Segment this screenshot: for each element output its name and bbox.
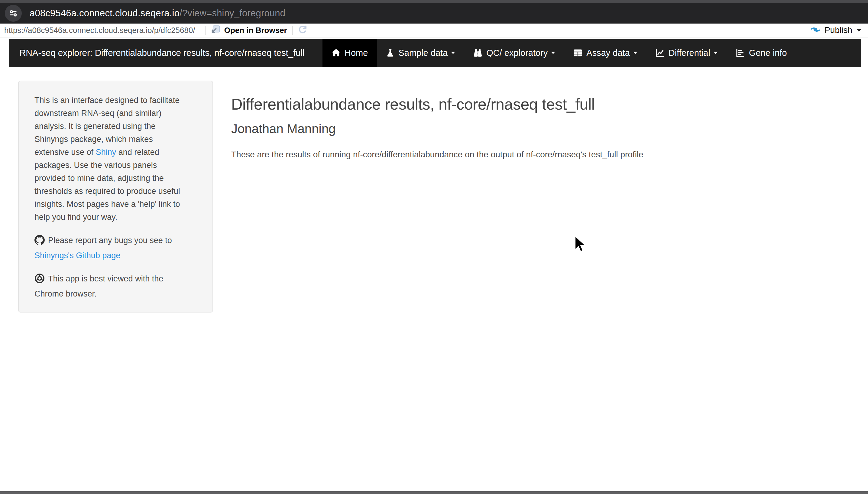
connect-toolbar: https://a08c9546a.connect.cloud.seqera.i… <box>0 23 868 37</box>
chart-line-icon <box>655 48 665 57</box>
intro-text: extensive use of <box>34 148 96 157</box>
open-in-browser-label: Open in Browser <box>224 26 287 35</box>
page-author: Jonathan Manning <box>231 121 703 136</box>
url-query: /?view=shiny_foreground <box>180 8 285 18</box>
flask-icon <box>386 48 394 57</box>
intro-line: thresholds as required to produce useful <box>34 185 197 198</box>
page-title: Differentialabundance results, nf-core/r… <box>231 95 703 114</box>
intro-line: extensive use of Shiny and related <box>34 146 197 159</box>
navbar-brand: RNA-seq explorer: Differentialabundance … <box>9 39 314 67</box>
navbar-nav: Home Sample data QC/ exploratory <box>323 39 796 67</box>
address-url[interactable]: a08c9546a.connect.cloud.seqera.io/?view=… <box>30 8 285 19</box>
publish-label: Publish <box>825 25 852 35</box>
open-in-browser-icon <box>210 24 221 36</box>
intro-line: downstream RNA-seq (and similar) <box>34 107 197 120</box>
shinyngs-github-link[interactable]: Shinyngs's Github page <box>34 251 120 260</box>
publish-button[interactable]: Publish <box>809 25 861 36</box>
chevron-down-icon <box>713 52 718 54</box>
content-url: https://a08c9546a.connect.cloud.seqera.i… <box>4 26 195 35</box>
refresh-icon <box>297 24 308 36</box>
title-bar: a08c9546a.connect.cloud.seqera.io/?view=… <box>0 3 868 23</box>
intro-line: analysis. It is generated using the <box>34 120 197 133</box>
chevron-down-icon <box>633 52 637 54</box>
shiny-link[interactable]: Shiny <box>96 148 116 157</box>
app-navbar: RNA-seq explorer: Differentialabundance … <box>9 39 861 67</box>
main-content: Differentialabundance results, nf-core/r… <box>231 95 703 160</box>
nav-item-label: Differential <box>669 48 710 58</box>
intro-text: and related <box>116 148 159 157</box>
chrome-icon <box>34 273 45 287</box>
bug-report-item: Please report any bugs you see to Shinyn… <box>34 234 197 262</box>
table-icon <box>573 48 582 57</box>
github-icon <box>34 235 45 249</box>
intro-line: Shinyngs package, which makes <box>34 133 197 146</box>
nav-item-qc-exploratory[interactable]: QC/ exploratory <box>464 39 564 67</box>
chrome-note-text: This app is best viewed with the <box>48 274 163 283</box>
intro-line: insights. Most pages have a 'help' link … <box>34 198 197 211</box>
bug-report-text: Please report any bugs you see to <box>48 236 172 245</box>
tune-icon[interactable] <box>5 5 22 22</box>
nav-item-assay-data[interactable]: Assay data <box>564 39 646 67</box>
nav-item-gene-info[interactable]: Gene info <box>727 39 796 67</box>
shiny-app-area: RNA-seq explorer: Differentialabundance … <box>0 37 868 491</box>
intro-line: packages. Use the various panels <box>34 159 197 172</box>
toolbar-divider <box>205 26 205 35</box>
bars-horizontal-icon <box>736 48 745 57</box>
toolbar-divider <box>292 26 292 35</box>
chrome-note-item: This app is best viewed with the Chrome … <box>34 272 197 301</box>
nav-item-sample-data[interactable]: Sample data <box>377 39 464 67</box>
window-top-edge <box>0 0 868 3</box>
nav-item-label: Sample data <box>398 48 448 58</box>
page-description: These are the results of running nf-core… <box>231 149 703 160</box>
chrome-note-text: Chrome browser. <box>34 289 97 298</box>
home-icon <box>331 48 341 57</box>
nav-item-label: Home <box>345 48 368 58</box>
binoculars-icon <box>473 48 482 57</box>
intro-line: This is an interface designed to facilit… <box>34 94 197 107</box>
refresh-button[interactable] <box>297 24 308 36</box>
sidebar-info-panel: This is an interface designed to facilit… <box>18 81 213 312</box>
nav-item-home[interactable]: Home <box>323 39 377 67</box>
nav-item-label: QC/ exploratory <box>486 48 548 58</box>
intro-line: help you find your way. <box>34 211 197 224</box>
window-bottom-edge <box>0 491 868 494</box>
intro-line: provided to mine data, adjusting the <box>34 172 197 185</box>
nav-item-label: Assay data <box>586 48 630 58</box>
url-host: a08c9546a.connect.cloud.seqera.io <box>30 8 180 18</box>
nav-item-label: Gene info <box>749 48 787 58</box>
open-in-browser-button[interactable]: Open in Browser <box>210 24 287 36</box>
chevron-down-icon <box>856 29 861 32</box>
nav-item-differential[interactable]: Differential <box>647 39 727 67</box>
publish-icon <box>809 25 821 36</box>
chevron-down-icon <box>451 52 455 54</box>
chevron-down-icon <box>551 52 555 54</box>
